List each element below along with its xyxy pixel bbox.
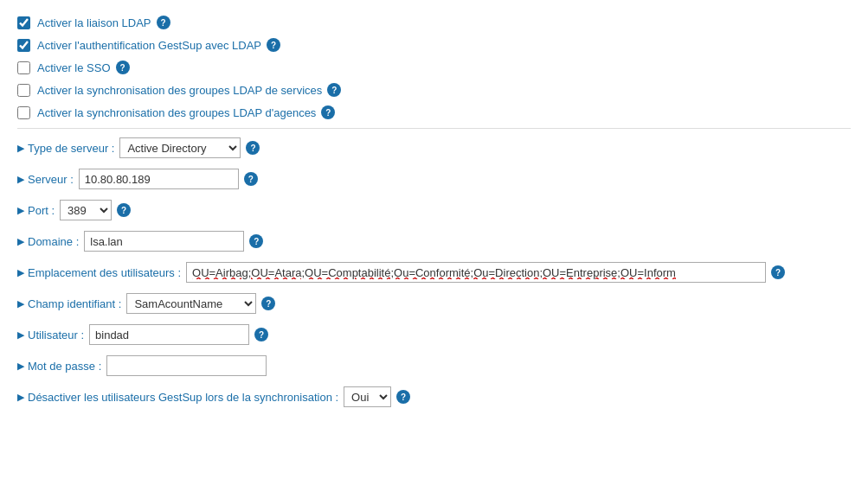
label-type-serveur: Type de serveur : [28, 142, 114, 155]
help-icon-ldap-liaison[interactable]: ? [157, 16, 170, 29]
help-icon-domaine[interactable]: ? [249, 234, 263, 248]
help-icon-champ[interactable]: ? [261, 297, 275, 310]
select-port[interactable]: 389 636 [60, 200, 112, 220]
help-icon-auth-gestsup[interactable]: ? [267, 38, 280, 52]
input-emplacement[interactable] [186, 262, 766, 283]
field-emplacement: ▶ Emplacement des utilisateurs : ? [17, 262, 851, 283]
help-icon-emplacement[interactable]: ? [771, 265, 785, 279]
field-desactiver: ▶ Désactiver les utilisateurs GestSup lo… [17, 386, 851, 407]
select-champ-identifiant[interactable]: SamAcountName userPrincipalName mail [126, 293, 256, 314]
label-utilisateur: Utilisateur : [28, 329, 84, 341]
help-icon-serveur[interactable]: ? [244, 172, 258, 186]
field-type-serveur: ▶ Type de serveur : Active Directory Ope… [17, 137, 851, 158]
arrow-icon-utilisateur: ▶ [17, 329, 24, 341]
checkbox-sync-services-input[interactable] [17, 84, 30, 97]
arrow-icon-serveur: ▶ [17, 174, 24, 185]
checkbox-sync-agences-label: Activer la synchronisation des groupes L… [37, 106, 316, 119]
label-emplacement: Emplacement des utilisateurs : [28, 266, 181, 279]
arrow-icon-desactiver: ▶ [17, 392, 24, 403]
checkbox-sync-services[interactable]: Activer la synchronisation des groupes L… [17, 83, 851, 97]
field-utilisateur: ▶ Utilisateur : ? [17, 324, 851, 345]
checkbox-sync-agences[interactable]: Activer la synchronisation des groupes L… [17, 105, 851, 119]
label-serveur: Serveur : [28, 173, 74, 186]
label-mot-de-passe: Mot de passe : [28, 360, 101, 373]
checkbox-ldap-liaison-label: Activer la liaison LDAP [37, 16, 151, 29]
help-icon-port[interactable]: ? [117, 203, 131, 217]
input-mot-de-passe[interactable] [106, 355, 267, 376]
arrow-icon-port: ▶ [17, 205, 24, 216]
field-port: ▶ Port : 389 636 ? [17, 200, 851, 220]
arrow-icon-mot-de-passe: ▶ [17, 361, 24, 372]
label-port: Port : [28, 204, 55, 217]
field-serveur: ▶ Serveur : ? [17, 169, 851, 189]
input-domaine[interactable] [84, 231, 244, 252]
help-icon-sync-agences[interactable]: ? [321, 105, 335, 119]
checkbox-auth-gestsup-input[interactable] [17, 39, 30, 52]
select-desactiver[interactable]: Oui Non [344, 386, 391, 407]
checkbox-ldap-liaison-input[interactable] [17, 16, 30, 29]
checkbox-sync-agences-input[interactable] [17, 106, 30, 119]
label-champ-identifiant: Champ identifiant : [28, 297, 121, 310]
help-icon-sync-services[interactable]: ? [327, 83, 341, 97]
checkbox-auth-gestsup-label: Activer l'authentification GestSup avec … [37, 39, 261, 52]
help-icon-utilisateur[interactable]: ? [254, 328, 268, 341]
label-desactiver: Désactiver les utilisateurs GestSup lors… [28, 391, 338, 404]
help-icon-type-serveur[interactable]: ? [246, 141, 260, 155]
arrow-icon-emplacement: ▶ [17, 267, 24, 278]
checkbox-sso-label: Activer le SSO [37, 61, 111, 74]
field-domaine: ▶ Domaine : ? [17, 231, 851, 252]
field-champ-identifiant: ▶ Champ identifiant : SamAcountName user… [17, 293, 851, 314]
arrow-icon-champ: ▶ [17, 298, 24, 310]
field-mot-de-passe: ▶ Mot de passe : [17, 355, 851, 376]
arrow-icon-type-serveur: ▶ [17, 143, 24, 154]
select-type-serveur[interactable]: Active Directory OpenLDAP [119, 137, 241, 158]
help-icon-desactiver[interactable]: ? [396, 390, 410, 404]
checkbox-sync-services-label: Activer la synchronisation des groupes L… [37, 84, 322, 97]
input-utilisateur[interactable] [89, 324, 249, 345]
help-icon-sso[interactable]: ? [116, 61, 130, 74]
checkbox-auth-gestsup[interactable]: Activer l'authentification GestSup avec … [17, 38, 851, 52]
checkbox-sso-input[interactable] [17, 61, 30, 74]
checkbox-ldap-liaison[interactable]: Activer la liaison LDAP ? [17, 16, 851, 29]
checkbox-sso[interactable]: Activer le SSO ? [17, 61, 851, 74]
label-domaine: Domaine : [28, 235, 79, 248]
arrow-icon-domaine: ▶ [17, 236, 24, 247]
divider-1 [17, 128, 851, 129]
input-serveur[interactable] [79, 169, 239, 189]
